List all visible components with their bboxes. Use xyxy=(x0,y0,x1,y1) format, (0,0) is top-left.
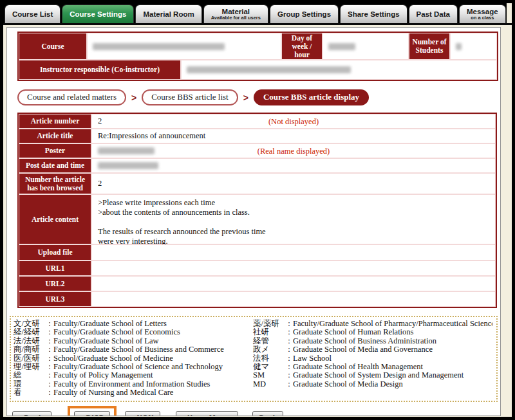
legend-desc: Faculty of Environment and Information S… xyxy=(53,380,253,388)
disp-button-highlight: ►DISP xyxy=(68,406,117,416)
faculty-legend-right-column: 薬/薬研:Faculty/Graduate School of Pharmacy… xyxy=(253,320,492,397)
legend-desc: Faculty/Graduate School of Pharmacy/Phar… xyxy=(293,320,492,328)
disp-button[interactable]: ►DISP xyxy=(74,411,110,416)
legend-abbr: 看 xyxy=(14,388,46,397)
tab-message[interactable]: Messageon a class xyxy=(459,5,506,23)
article-table: Article number 2 (Not displayed) Article… xyxy=(17,113,497,308)
legend-desc: Faculty/Graduate School of Economics xyxy=(53,328,253,336)
browsed-count-value: 2 xyxy=(91,173,496,194)
legend-desc: Graduate School of Human Relations xyxy=(293,328,492,336)
tab-past-data[interactable]: Past Data xyxy=(409,5,458,23)
tab-course-list[interactable]: Course List xyxy=(5,5,61,23)
redacted-post-date xyxy=(98,162,158,169)
legend-abbr: 商/商研 xyxy=(14,345,46,354)
reply-button[interactable]: ►Reply xyxy=(12,411,52,416)
back-button[interactable]: Back xyxy=(252,411,283,416)
legend-abbr: 政メ xyxy=(253,345,285,354)
upload-file-value xyxy=(91,244,496,260)
legend-colon: : xyxy=(46,371,53,379)
legend-colon: : xyxy=(46,320,53,328)
unav-memo-button[interactable]: ►Unav Memo xyxy=(176,411,238,416)
legend-colon: : xyxy=(46,354,53,363)
breadcrumb-course-related[interactable]: Course and related matters xyxy=(17,89,126,105)
legend-item: 総:Faculty of Policy Management xyxy=(14,371,253,379)
legend-colon: : xyxy=(285,354,293,363)
course-label: Course xyxy=(19,33,87,60)
legend-abbr: 健マ xyxy=(253,363,285,371)
article-title-label: Article title xyxy=(19,129,91,143)
tab-course-settings-label: Course Settings xyxy=(70,10,126,18)
legend-colon: : xyxy=(285,345,293,354)
tab-course-list-label: Course List xyxy=(12,10,53,18)
poster-value: (Real name displayed) xyxy=(91,143,496,158)
instructor-value xyxy=(181,60,497,80)
legend-item: 医/医研:School/Graduate School of Medicine xyxy=(14,354,253,363)
screenshot-frame: Course List Course Settings Material Roo… xyxy=(0,0,515,420)
poster-label: Poster xyxy=(19,143,91,158)
legend-item: 薬/薬研:Faculty/Graduate School of Pharmacy… xyxy=(253,320,492,328)
article-number-value: 2 (Not displayed) xyxy=(91,114,496,129)
legend-abbr: 法科 xyxy=(253,354,285,363)
tab-message-sublabel: on a class xyxy=(471,15,494,21)
instructor-label: Instructor responsible (Co-instructor) xyxy=(19,60,181,80)
non-button[interactable]: ►NON xyxy=(125,411,160,416)
tab-bar-filler xyxy=(507,3,512,23)
breadcrumb: Course and related matters > Course BBS … xyxy=(17,89,500,105)
legend-colon: : xyxy=(285,337,293,345)
legend-abbr: 薬/薬研 xyxy=(253,320,285,328)
legend-item: 経管:Graduate School of Business Administr… xyxy=(253,337,492,345)
tab-group-settings[interactable]: Group Settings xyxy=(270,5,339,23)
legend-item: 商/商研:Faculty/Graduate School of Business… xyxy=(14,345,253,354)
legend-desc: Faculty/Graduate School of Business and … xyxy=(53,345,253,354)
url3-label: URL3 xyxy=(19,291,91,307)
url2-row: URL2 xyxy=(19,276,496,291)
content-panel: Course Day of week / hour Number of Stud… xyxy=(6,27,501,416)
legend-desc: School/Graduate School of Medicine xyxy=(53,354,253,363)
tab-material-room[interactable]: Material Room xyxy=(135,5,201,23)
tab-course-settings[interactable]: Course Settings xyxy=(62,5,134,23)
legend-colon: : xyxy=(285,328,293,336)
number-of-students-value xyxy=(450,33,497,60)
legend-colon: : xyxy=(285,320,293,328)
url2-label: URL2 xyxy=(19,276,91,291)
browsed-count-row: Number the article has been browsed 2 xyxy=(19,173,496,194)
course-info-table: Course Day of week / hour Number of Stud… xyxy=(17,32,498,81)
legend-item: SM:Graduate School of System Design and … xyxy=(253,371,492,379)
legend-item: 文/文研:Faculty/Graduate School of Letters xyxy=(14,320,253,328)
legend-desc: Faculty of Policy Management xyxy=(53,371,253,379)
legend-item: 法科:Law School xyxy=(253,354,492,363)
not-displayed-note: (Not displayed) xyxy=(268,116,319,126)
legend-item: 看:Faculty of Nursing and Medical Care xyxy=(14,388,253,397)
tab-material-room-label: Material Room xyxy=(143,10,194,18)
tab-group: Course List Course Settings Material Roo… xyxy=(3,3,507,23)
url3-row: URL3 xyxy=(19,291,496,307)
tab-material-sublabel: Available for all users xyxy=(211,15,261,21)
legend-colon: : xyxy=(46,388,53,397)
day-of-week-label: Day of week / hour xyxy=(281,33,323,60)
tab-material[interactable]: MaterialAvailable for all users xyxy=(203,5,268,23)
legend-colon: : xyxy=(46,380,53,388)
breadcrumb-article-list[interactable]: Course BBS article list xyxy=(142,89,238,105)
legend-colon: : xyxy=(285,363,293,371)
legend-abbr: 医/医研 xyxy=(14,354,46,363)
legend-abbr: SM xyxy=(253,371,285,379)
post-date-value xyxy=(91,158,496,173)
tab-group-settings-label: Group Settings xyxy=(277,10,331,18)
article-number-text: 2 xyxy=(98,116,102,126)
article-title-text: Re:Impressions of announcement xyxy=(98,131,205,141)
url1-label: URL1 xyxy=(19,260,91,276)
course-value xyxy=(87,33,281,60)
tab-bar: Course List Course Settings Material Roo… xyxy=(3,3,512,25)
legend-desc: Faculty of Nursing and Medical Care xyxy=(53,388,253,397)
legend-abbr: 文/文研 xyxy=(14,320,46,328)
tab-share-settings[interactable]: Share Settings xyxy=(340,5,407,23)
legend-item: 政メ:Graduate School of Media and Governan… xyxy=(253,345,492,354)
redacted-instructor-name xyxy=(187,66,351,73)
faculty-legend-left-column: 文/文研:Faculty/Graduate School of Letters … xyxy=(14,320,253,397)
page-background: Course List Course Settings Material Roo… xyxy=(3,3,512,417)
legend-item: 社研:Graduate School of Human Relations xyxy=(253,328,492,336)
action-button-row: ►Reply ►DISP ►NON ►Unav Memo Back xyxy=(12,406,500,416)
real-name-displayed-note: (Real name displayed) xyxy=(258,146,330,156)
legend-colon: : xyxy=(285,371,293,379)
upload-file-label: Upload file xyxy=(19,244,91,260)
